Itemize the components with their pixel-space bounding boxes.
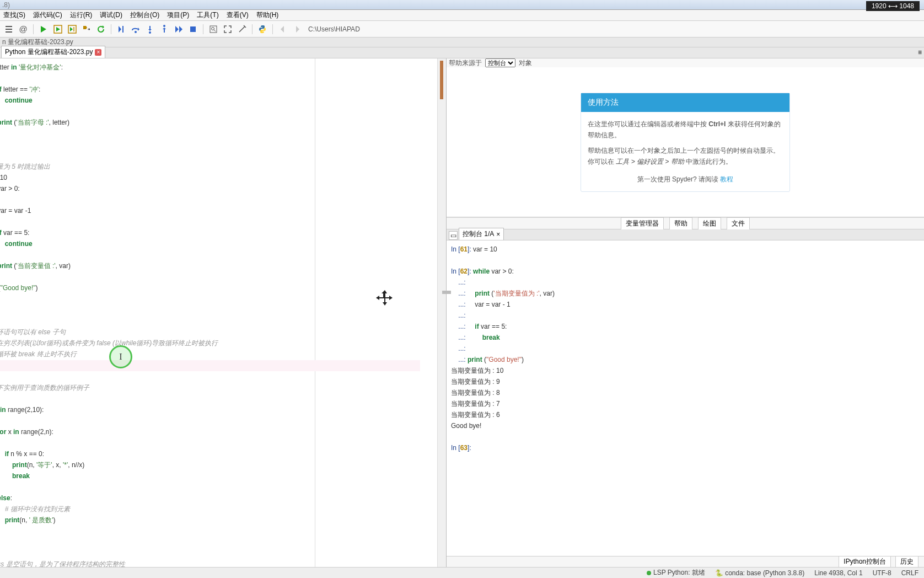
menu-bar: 查找(S)源代码(C)运行(R)调试(D)控制台(O)项目(P)工具(T)查看(…: [0, 10, 924, 21]
help-card: 使用方法 在这里你可以通过在编辑器或者终端中按 Ctrl+I 来获得任何对象的帮…: [581, 93, 790, 192]
right-pane-tabs: 变量管理器帮助绘图文件: [447, 217, 924, 229]
menu-item[interactable]: 源代码(C): [33, 10, 62, 20]
pane-tab[interactable]: 文件: [727, 217, 750, 230]
find-icon[interactable]: [208, 24, 219, 35]
svg-rect-7: [210, 26, 217, 33]
console-collapse-icon[interactable]: ▭: [449, 231, 458, 240]
code-line: for x in range(2,n):: [0, 426, 446, 437]
python-icon[interactable]: [257, 24, 268, 35]
run-icon[interactable]: [38, 24, 49, 35]
help-source-select[interactable]: 控制台: [485, 58, 515, 67]
console-line: In [62]: while var > 0:: [451, 266, 920, 277]
help-source-label: 帮助来源于: [449, 58, 482, 68]
help-toolbar: 帮助来源于 控制台 对象: [447, 58, 924, 67]
code-line: [0, 371, 446, 382]
menu-item[interactable]: 控制台(O): [130, 10, 159, 20]
tutorial-link[interactable]: 教程: [720, 175, 733, 183]
pane-tab[interactable]: 帮助: [669, 217, 692, 230]
close-console-icon[interactable]: ×: [496, 231, 500, 238]
code-line: [0, 73, 446, 84]
code-line: if var == 5:: [0, 227, 446, 238]
run-cell-icon[interactable]: [52, 24, 63, 35]
menu-item[interactable]: 查找(S): [3, 10, 25, 20]
code-line: break: [0, 470, 446, 481]
outline-icon[interactable]: [3, 24, 14, 35]
code-line: [0, 194, 446, 205]
code-line: [0, 216, 446, 227]
menu-item[interactable]: 运行(R): [70, 10, 93, 20]
help-card-title: 使用方法: [581, 93, 789, 112]
code-line: [0, 271, 446, 282]
status-conda: 🐍 conda: base (Python 3.8.8): [715, 569, 804, 577]
pane-splitter[interactable]: [442, 291, 451, 294]
code-line: [0, 537, 446, 548]
code-line: print(n, ' 是质数'): [0, 515, 446, 526]
console-tab[interactable]: 控制台 1/A ×: [459, 228, 504, 240]
code-line: continue: [0, 238, 446, 249]
status-encoding: UTF-8: [873, 569, 891, 577]
code-line: if n % x == 0:: [0, 448, 446, 459]
maximize-icon[interactable]: [222, 24, 233, 35]
run-cell-advance-icon[interactable]: [67, 24, 78, 35]
pane-tab[interactable]: 历史: [895, 556, 918, 568]
console-line: ...:: [451, 310, 920, 321]
help-pane: 使用方法 在这里你可以通过在编辑器或者终端中按 Ctrl+I 来获得任何对象的帮…: [447, 67, 924, 217]
screen-dimensions-badge: 1920 ⟷ 1048: [866, 1, 920, 11]
code-editor[interactable]: r letter in '量化对冲基金': if letter == '冲': …: [0, 58, 446, 567]
close-tab-icon[interactable]: ×: [95, 49, 101, 56]
console-pane-tabs: IPython控制台历史: [447, 556, 924, 567]
menu-item[interactable]: 帮助(H): [256, 10, 279, 20]
preferences-icon[interactable]: [237, 24, 248, 35]
console-line: 当期变量值为 : 10: [451, 365, 920, 376]
editor-tab-bar: Python 量化编程基础-2023.py × ≡: [0, 47, 924, 58]
console-line: 当期变量值为 : 8: [451, 387, 920, 398]
pane-tab[interactable]: 变量管理器: [621, 217, 664, 230]
code-line: pass 是空语句，是为了保持程序结构的完整性: [0, 559, 446, 567]
status-bar: LSP Python: 就绪 🐍 conda: base (Python 3.8…: [0, 567, 924, 578]
run-selection-icon[interactable]: [81, 24, 92, 35]
menu-item[interactable]: 项目(P): [167, 10, 189, 20]
console-line: ...: break: [451, 332, 920, 343]
pane-tab[interactable]: IPython控制台: [839, 556, 891, 568]
menu-item[interactable]: 查看(V): [227, 10, 249, 20]
editor-tab-label: Python 量化编程基础-2023.py: [5, 47, 93, 57]
console-line: In [61]: var = 10: [451, 244, 920, 255]
nav-fwd-icon[interactable]: [292, 24, 303, 35]
step-in-icon[interactable]: [144, 24, 155, 35]
titlebar-text: .8): [2, 1, 10, 9]
code-line: [0, 481, 446, 493]
console-line: ...: var = var - 1: [451, 299, 920, 310]
stop-debug-icon[interactable]: [187, 24, 198, 35]
menu-item[interactable]: 调试(D): [100, 10, 122, 20]
debug-icon[interactable]: [116, 24, 127, 35]
nav-back-icon[interactable]: [277, 24, 288, 35]
code-line: print ('当前字母 :', letter): [0, 117, 446, 128]
text-cursor-indicator: I: [109, 345, 132, 368]
main-toolbar: @ C:\Users\HIAPAD: [0, 21, 924, 38]
code-line: [0, 139, 446, 150]
code-line: [0, 548, 446, 559]
rerun-icon[interactable]: [95, 24, 106, 35]
code-line: r letter in '量化对冲基金':: [0, 62, 446, 73]
code-line: r n in range(2,10):: [0, 404, 446, 415]
console-line: [451, 431, 920, 442]
code-line: print(n, '等于', x, '*', n//x): [0, 459, 446, 470]
breadcrumb-strip: n 量化编程基础-2023.py: [0, 38, 924, 47]
code-line: [0, 249, 446, 260]
console-line: Good bye!: [451, 420, 920, 431]
menu-item[interactable]: 工具(T): [197, 10, 218, 20]
pane-tab[interactable]: 绘图: [698, 217, 721, 230]
editor-scrollbar[interactable]: [437, 58, 446, 567]
at-icon[interactable]: @: [18, 24, 29, 35]
step-over-icon[interactable]: [130, 24, 141, 35]
continue-icon[interactable]: [173, 24, 184, 35]
editor-menu-icon[interactable]: ≡: [918, 49, 922, 56]
ipython-console[interactable]: In [61]: var = 10 In [62]: while var > 0…: [447, 240, 924, 556]
console-line: 当期变量值为 : 6: [451, 409, 920, 420]
code-line: [0, 415, 446, 426]
editor-tab[interactable]: Python 量化编程基础-2023.py ×: [1, 46, 105, 58]
console-line: ...:: [451, 277, 920, 288]
working-dir-path[interactable]: C:\Users\HIAPAD: [306, 25, 921, 33]
code-line: [0, 526, 446, 537]
step-out-icon[interactable]: [159, 24, 170, 35]
